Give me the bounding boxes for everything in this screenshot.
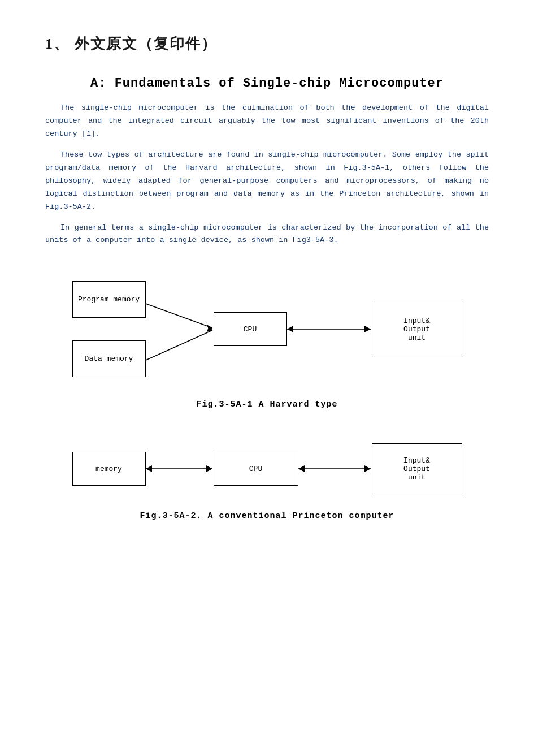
svg-marker-6 [287,326,293,332]
cpu-label-princeton: CPU [249,465,262,473]
paragraph-2: These tow types of architecture are foun… [45,149,489,214]
program-memory-box: Program memory [72,281,146,318]
paragraph-1: The single-chip microcomputer is the cul… [45,102,489,141]
io-label-harvard: Input& Output unit [403,317,430,342]
paragraph-3: In general terms a single-chip microcomp… [45,222,489,248]
data-memory-box: Data memory [72,340,146,377]
io-label-princeton: Input& Output unit [403,456,430,482]
section-heading: 1、 外文原文（复印件） [45,34,489,54]
io-box-harvard: Input& Output unit [372,301,462,357]
harvard-caption: Fig.3-5A-1 A Harvard type [45,400,489,409]
svg-line-2 [146,330,212,360]
princeton-diagram-container: memory CPU Input& Output unit [45,432,489,506]
princeton-diagram: memory CPU Input& Output unit [55,432,479,506]
svg-marker-11 [364,465,371,472]
svg-marker-8 [206,465,212,472]
harvard-diagram: Program memory Data memory CPU Input& Ou… [55,270,479,394]
memory-box: memory [72,452,146,486]
princeton-caption: Fig.3-5A-2. A conventional Princeton com… [45,511,489,521]
cpu-box-princeton: CPU [214,452,298,486]
svg-marker-12 [298,465,305,472]
harvard-diagram-container: Program memory Data memory CPU Input& Ou… [45,270,489,394]
cpu-box-harvard: CPU [214,312,287,346]
program-memory-label: Program memory [78,295,140,304]
memory-label: memory [95,465,122,473]
article-title: A: Fundamentals of Single-chip Microcomp… [45,76,489,90]
cpu-label-harvard: CPU [244,325,257,334]
svg-line-0 [146,304,212,328]
io-box-princeton: Input& Output unit [372,443,462,494]
svg-marker-9 [146,465,152,472]
svg-marker-5 [364,326,371,332]
data-memory-label: Data memory [85,355,133,363]
